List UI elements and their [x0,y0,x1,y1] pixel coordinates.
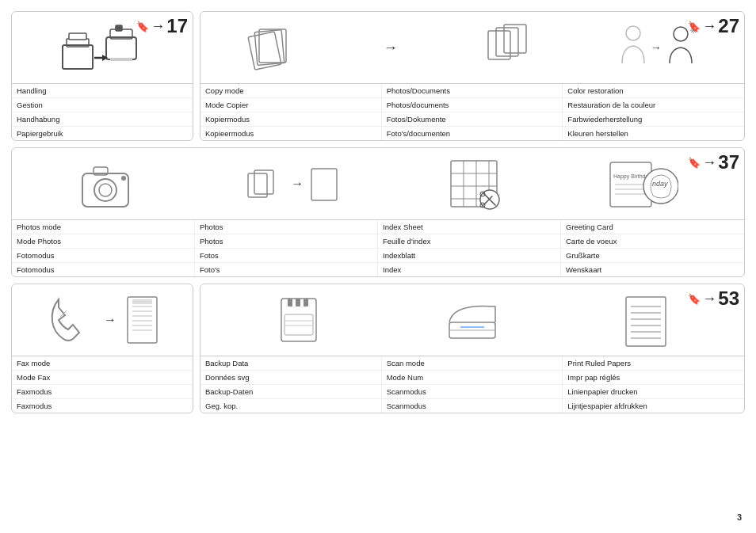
cell: Mode Fax [12,371,193,384]
number-27: 27 [718,15,739,37]
cell: Scanmodus [382,385,563,398]
badge-53: 🔖 → 53 [688,287,739,310]
cell: Scanmodus [382,399,563,413]
book-icon-27: 🔖 [688,21,701,32]
table-row: Fax mode [12,356,193,371]
card-photos-table: Photos mode Photos Index Sheet Greeting … [12,219,744,276]
svg-rect-5 [116,25,122,31]
multi-photo-icon [246,164,286,204]
table-row: Faxmodus [12,385,193,399]
svg-rect-13 [496,28,518,56]
cell: Photos [195,234,378,248]
table-row: Copy mode Photos/Documents Color restora… [200,84,744,98]
card-handling: 🔖 → 17 Handling Gestion Handhabung Papie… [11,11,193,141]
card-fax-table: Fax mode Mode Fax Faxmodus Faxmodus [12,356,193,413]
table-row: Kopieermodus Foto's/documenten Kleuren h… [200,127,744,140]
svg-rect-12 [488,31,510,59]
svg-rect-65 [626,297,666,346]
svg-point-25 [121,176,126,181]
cell: Impr pap réglés [563,371,744,384]
cell: Index [378,263,561,276]
single-photo-icon [308,164,340,204]
svg-text:nday: nday [652,180,668,188]
table-row: Mode Copier Photos/documents Restauratio… [200,98,744,112]
table-row: Backup Data Scan mode Print Ruled Papers [200,356,744,371]
page: 🔖 → 17 Handling Gestion Handhabung Papie… [0,0,756,533]
book-icon-37: 🔖 [688,157,701,169]
copy-mode-icon [245,20,300,75]
cell: Handling [12,84,193,97]
cell: Geg. kop. [200,399,382,413]
cell: Fotos/Dokumente [382,112,563,126]
arrow-37: → [702,154,716,171]
cell: Handhabung [12,112,193,126]
cell: Feuille d'index [378,234,561,248]
index-sheet-icon [446,156,502,211]
cell: Linienpapier drucken [563,385,744,398]
svg-rect-28 [311,169,337,200]
fax-paper-icon [124,295,160,345]
cell: Kopieermodus [200,127,382,140]
cell: Faxmodus [12,385,193,398]
cell: Carte de voeux [561,234,744,248]
number-37: 37 [718,151,739,173]
table-row: Papiergebruik [12,127,193,140]
card-backup-table: Backup Data Scan mode Print Ruled Papers… [200,356,744,413]
handling-icon [59,21,146,78]
table-row: Fotomodus Fotos Indexblatt Grußkarte [12,249,744,263]
cell: Faxmodus [12,399,193,413]
svg-rect-6 [110,58,132,61]
table-row: Kopiermodus Fotos/Dokumente Farbwiederhe… [200,112,744,127]
svg-rect-0 [63,45,93,69]
cell: Fax mode [12,356,193,370]
svg-rect-54 [132,299,152,304]
table-row: Handling [12,84,193,98]
cell: Wenskaart [561,263,744,276]
cell: Copy mode [200,84,382,97]
cell: Greeting Card [561,220,744,234]
arrow-27: → [702,18,716,35]
badge-17: 🔖 → 17 [136,15,188,37]
table-row: Données svg Mode Num Impr pap réglés [200,371,744,385]
cell: Color restoration [563,84,744,97]
cell: Fotos [195,249,378,262]
cell: Grußkarte [561,249,744,262]
cell: Mode Photos [12,234,195,248]
row-3: → Fax mo [11,284,745,413]
cell: Fotomodus [12,263,195,276]
table-row: Handhabung [12,112,193,127]
cell: Restauration de la couleur [563,98,744,112]
svg-point-16 [674,27,688,41]
svg-rect-57 [296,299,300,306]
cell: Kleuren herstellen [563,127,744,140]
cell: Kopiermodus [200,112,382,126]
number-53: 53 [718,287,739,310]
badge-27: 🔖 → 27 [688,15,739,37]
svg-point-23 [99,184,112,196]
number-17: 17 [166,15,188,37]
cell: Foto's/documenten [382,127,563,140]
book-icon-17: 🔖 [136,21,149,32]
cell: Mode Num [382,371,563,384]
cell: Gestion [12,98,193,112]
svg-rect-2 [69,33,86,40]
svg-point-15 [626,26,640,40]
cell: Photos/documents [382,98,563,112]
card-copy-icons: → → [200,12,744,83]
card-fax-icons: → [12,284,193,356]
table-row: Backup-Daten Scanmodus Linienpapier druc… [200,385,744,399]
badge-37: 🔖 → 37 [688,151,739,173]
svg-rect-14 [504,25,526,53]
table-row: Mode Fax [12,371,193,385]
transfer-icon: → [246,164,340,204]
card-copy: → → [200,11,745,141]
cell: Print Ruled Papers [563,356,744,370]
cell: Lijntjespapier afdrukken [563,399,744,413]
card-handling-table: Handling Gestion Handhabung Papiergebrui… [12,83,193,140]
cell: Photos mode [12,220,195,234]
table-row: Gestion [12,98,193,112]
svg-rect-3 [106,37,136,59]
card-copy-table: Copy mode Photos/Documents Color restora… [200,83,744,140]
photos-docs-icon [480,20,536,75]
cell: Papiergebruik [12,127,193,140]
